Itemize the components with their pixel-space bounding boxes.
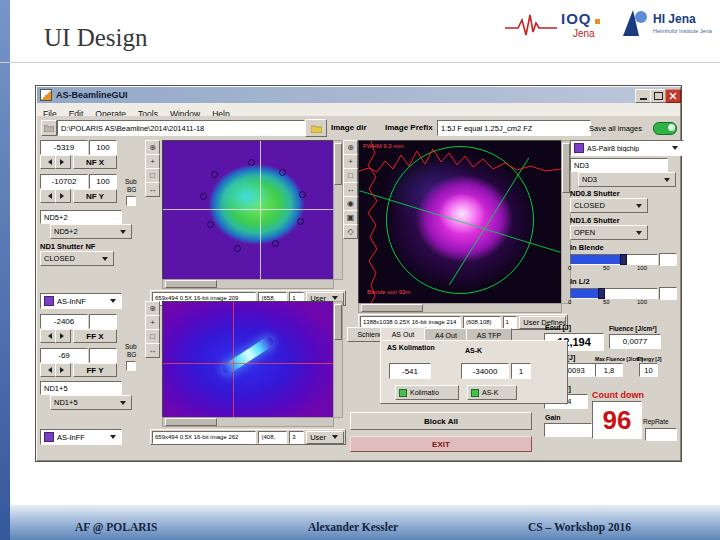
ff-horizontal-scrollbar[interactable] <box>162 417 334 427</box>
toggle-knob-icon <box>668 124 675 131</box>
zoom-tool-button[interactable]: ⊕ <box>343 140 358 155</box>
ff-x-decrement-button[interactable] <box>40 329 56 343</box>
main-camera-select[interactable]: AS-Pair8 bigchip <box>570 140 684 156</box>
nf-x-decrement-button[interactable] <box>40 155 56 169</box>
main-horizontal-scrollbar[interactable] <box>358 303 562 313</box>
roi-marker[interactable] <box>297 218 304 225</box>
crosshair-tool-button[interactable]: + <box>145 154 160 169</box>
ff-nd-select[interactable]: ND1+5 <box>50 395 132 410</box>
crosshair-v-line <box>233 302 234 417</box>
ff-y-increment-button[interactable] <box>55 363 71 377</box>
ff-camera-select[interactable]: AS-InFF <box>40 429 122 445</box>
nf-x-step-field[interactable]: 100 <box>89 140 117 155</box>
chevron-right-icon <box>60 193 67 199</box>
ff-y-axis-button[interactable]: FF Y <box>73 363 117 377</box>
window-client: -5319 100 NF X -10702 100 NF Y ND5+2 ND5… <box>37 138 680 460</box>
browse-folder-button[interactable] <box>305 119 327 137</box>
nf-horizontal-scrollbar[interactable] <box>162 279 334 289</box>
nf-y-axis-button[interactable]: NF Y <box>73 189 117 203</box>
ff-y-value-field[interactable]: -69 <box>40 348 88 363</box>
roi-marker[interactable] <box>272 240 279 247</box>
reprate-field[interactable] <box>645 428 677 441</box>
crosshair-tool-button[interactable]: + <box>343 154 358 169</box>
path-field[interactable]: D:\POLARIS AS\Beamline\2014\201411-18 <box>57 120 305 136</box>
block-all-button[interactable]: Block All <box>350 412 532 430</box>
slider-fill <box>571 289 601 298</box>
slider-thumb[interactable] <box>598 288 605 299</box>
blende-value-field[interactable] <box>659 253 677 266</box>
close-button[interactable] <box>665 89 681 103</box>
line-tool-button[interactable]: ◇ <box>343 224 358 239</box>
crosshair-tool-button[interactable]: + <box>145 315 160 330</box>
image-prefix-field[interactable]: 1.5J F equal 1.25J_cm2 FZ <box>437 120 591 136</box>
ff-user-select[interactable]: User <box>306 431 344 444</box>
roi-marker[interactable] <box>279 169 286 176</box>
nf-y-decrement-button[interactable] <box>40 189 56 203</box>
l2-slider[interactable] <box>570 288 658 299</box>
ask-step-field[interactable]: 1 <box>511 363 531 379</box>
ff-vertical-scrollbar[interactable] <box>333 301 343 418</box>
energy-value[interactable]: 10 <box>639 363 658 377</box>
roi-marker[interactable] <box>248 159 255 166</box>
maximize-button[interactable] <box>650 89 666 103</box>
nf-subbg-checkbox[interactable] <box>126 196 136 206</box>
nf-beam-image[interactable] <box>162 140 334 280</box>
chevron-down-icon <box>110 299 116 306</box>
roi-tool-button[interactable]: ◉ <box>343 196 358 211</box>
nf-camera-select[interactable]: AS-InNF <box>40 293 122 309</box>
kolimation-value-field[interactable]: -541 <box>389 363 431 379</box>
nd08-shutter-select[interactable]: CLOSED <box>570 198 648 213</box>
select-tool-button[interactable]: □ <box>145 168 160 183</box>
zoom-tool-button[interactable]: ⊕ <box>145 140 160 155</box>
crosshair-h-line <box>163 363 333 364</box>
pan-tool-button[interactable]: ↔ <box>145 343 160 358</box>
roi-marker[interactable] <box>299 191 306 198</box>
roi-marker[interactable] <box>234 245 241 252</box>
l2-value-field[interactable] <box>659 287 677 300</box>
ff-x-axis-button[interactable]: FF X <box>73 329 117 343</box>
ff-x-increment-button[interactable] <box>55 329 71 343</box>
nd16-shutter-select[interactable]: OPEN <box>570 225 648 240</box>
minimize-button[interactable] <box>635 89 651 103</box>
window-titlebar[interactable]: AS-BeamlineGUI <box>37 87 680 103</box>
ask-header-label: AS-K <box>465 347 482 354</box>
pan-tool-button[interactable]: ↔ <box>343 182 358 197</box>
exit-button[interactable]: EXIT <box>350 436 532 452</box>
main-beam-image[interactable]: FWHM 9,3 mm Blende von 93m <box>358 140 562 304</box>
right-nd-select[interactable]: ND3 <box>578 172 676 187</box>
save-all-label: Save all images <box>589 124 642 133</box>
nf-x-increment-button[interactable] <box>55 155 71 169</box>
ask-value-field[interactable]: -34000 <box>461 363 509 379</box>
zoom-tool-button[interactable]: ⊕ <box>145 301 160 316</box>
slider-thumb[interactable] <box>620 254 627 265</box>
ff-subbg-checkbox[interactable] <box>126 361 136 371</box>
roi-marker[interactable] <box>200 193 207 200</box>
chevron-right-icon <box>60 367 67 373</box>
ff-beam-image[interactable] <box>162 301 334 418</box>
gain-field[interactable] <box>544 423 592 437</box>
ask-button[interactable]: AS-K <box>467 385 517 400</box>
nf-x-axis-button[interactable]: NF X <box>73 155 117 169</box>
roi-marker[interactable] <box>211 171 218 178</box>
nf-y-increment-button[interactable] <box>55 189 71 203</box>
nf-x-value-field[interactable]: -5319 <box>40 140 88 155</box>
nf-y-value-field[interactable]: -10702 <box>40 174 88 189</box>
ff-y-step-field[interactable] <box>89 348 117 363</box>
ff-x-value-field[interactable]: -2406 <box>40 314 88 329</box>
rectangle-tool-button[interactable]: ▣ <box>343 210 358 225</box>
save-all-toggle[interactable] <box>653 122 677 135</box>
ff-y-decrement-button[interactable] <box>40 363 56 377</box>
select-tool-button[interactable]: □ <box>145 329 160 344</box>
roi-marker[interactable] <box>207 221 214 228</box>
blende-slider[interactable] <box>570 254 658 265</box>
ff-x-step-field[interactable] <box>89 314 117 329</box>
select-tool-button[interactable]: □ <box>343 168 358 183</box>
nf-nd-select[interactable]: ND5+2 <box>50 224 132 239</box>
ff-bg-label: BG <box>127 351 136 358</box>
nf-y-step-field[interactable]: 100 <box>89 174 117 189</box>
nf-vertical-scrollbar[interactable] <box>333 140 343 280</box>
chevron-down-icon <box>664 178 670 185</box>
pan-tool-button[interactable]: ↔ <box>145 182 160 197</box>
nf-shutter-select[interactable]: CLOSED <box>40 251 114 266</box>
kolimatio-button[interactable]: Kolimatio <box>395 385 459 400</box>
